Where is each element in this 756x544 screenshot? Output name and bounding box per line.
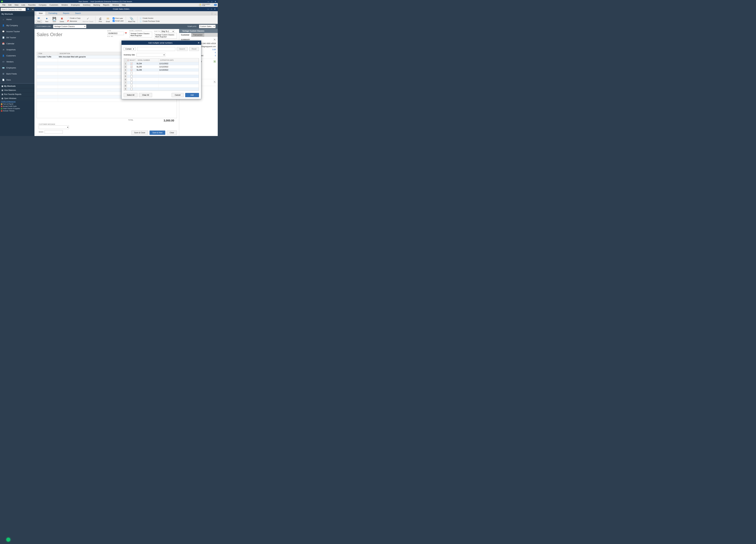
menu-edit[interactable]: Edit bbox=[7, 3, 13, 7]
menu-vendors[interactable]: Vendors bbox=[60, 3, 69, 7]
tab-reports[interactable]: Reports bbox=[60, 11, 72, 15]
shipto-select[interactable]: Ship To 1▾ bbox=[161, 30, 174, 33]
sidebar-item-bank-feeds[interactable]: 🏛Bank Feeds bbox=[0, 71, 34, 77]
menu-company[interactable]: Company bbox=[37, 3, 48, 7]
mini-link-2[interactable]: Order Checks & Supplies bbox=[0, 108, 34, 110]
menu-window[interactable]: Window bbox=[111, 3, 120, 7]
mark-closed-button[interactable]: ✔Mark As Closed bbox=[83, 17, 93, 22]
memorize-button[interactable]: 📌Memorize bbox=[67, 20, 80, 22]
mini-link-3[interactable]: Activate TSheets bbox=[0, 110, 34, 112]
sidebar-item-my-company[interactable]: 👤My Company bbox=[0, 22, 34, 28]
save-button[interactable]: 💾Save bbox=[52, 17, 57, 22]
row-checkbox[interactable] bbox=[130, 75, 133, 77]
menu-help[interactable]: Help bbox=[120, 3, 127, 7]
minimize-icon[interactable]: — bbox=[207, 1, 210, 2]
serial-row[interactable]: 9 bbox=[124, 88, 199, 91]
tab-main[interactable]: Main bbox=[36, 11, 46, 15]
tab-formatting[interactable]: Formatting bbox=[46, 11, 60, 15]
maximize-icon[interactable]: □ bbox=[210, 1, 213, 2]
sidebar-item-home[interactable]: ⌂Home bbox=[0, 16, 34, 22]
serial-reset-button[interactable]: Reset bbox=[189, 47, 199, 51]
sidebar-item-customers[interactable]: 👤Customers bbox=[0, 53, 34, 59]
create-invoice-button[interactable]: 🧾Create Invoice bbox=[140, 17, 160, 19]
menu-customers[interactable]: Customers bbox=[48, 3, 60, 7]
sidebar-item-income-tracker[interactable]: 💬Income Tracker bbox=[0, 28, 34, 34]
name-address-input[interactable]: Vantage Custom Classics Marie Augustyn bbox=[129, 32, 152, 37]
serial-row[interactable]: 7 bbox=[124, 81, 199, 84]
covid-link[interactable]: COVID-19 Resources bbox=[0, 100, 34, 103]
condition-select[interactable]: Contain▾ bbox=[124, 47, 136, 51]
reminders-badge[interactable]: 🕒 5 bbox=[211, 4, 217, 6]
email-button[interactable]: ✉Email bbox=[105, 17, 111, 22]
search-input[interactable] bbox=[1, 8, 26, 11]
serial-search-input[interactable] bbox=[137, 47, 175, 51]
memo-input[interactable] bbox=[45, 130, 63, 134]
sidebar-item-docs[interactable]: 📄Docs bbox=[0, 77, 34, 83]
serial-row[interactable]: 6 bbox=[124, 78, 199, 81]
menu-lists[interactable]: Lists bbox=[20, 3, 27, 7]
clear-button[interactable]: Clear bbox=[167, 131, 177, 135]
create-po-button[interactable]: 🧾Create Purchase Order bbox=[140, 20, 160, 22]
menu-favorites[interactable]: Favorites bbox=[27, 3, 37, 7]
subwin-maximize[interactable]: □ bbox=[210, 8, 213, 10]
clear-all-button[interactable]: Clear All bbox=[139, 93, 152, 97]
sidebar-open-windows[interactable]: ▦Open Windows bbox=[0, 96, 34, 100]
add-button[interactable]: Add bbox=[185, 93, 199, 97]
calendar-icon[interactable]: 📅 bbox=[124, 32, 127, 35]
row-checkbox[interactable] bbox=[130, 78, 133, 81]
serial-row[interactable]: 8 bbox=[124, 84, 199, 88]
menu-banking[interactable]: Banking bbox=[92, 3, 101, 7]
save-close-button[interactable]: Save & Close bbox=[131, 131, 148, 135]
row-checkbox[interactable] bbox=[130, 72, 133, 74]
search-button[interactable]: 🔍 bbox=[26, 8, 31, 11]
sidebar-my-shortcuts[interactable]: ▦My Shortcuts bbox=[0, 84, 34, 88]
customer-message-select[interactable]: ▾ bbox=[39, 125, 69, 129]
new-button[interactable]: ✦New bbox=[44, 17, 49, 22]
edit-summary-button[interactable]: ✎ bbox=[213, 38, 216, 41]
row-checkbox[interactable]: ✔ bbox=[130, 69, 133, 71]
template-select[interactable]: Custom Sales...▾ bbox=[199, 25, 216, 28]
menu-inventory[interactable]: Inventory bbox=[81, 3, 92, 7]
serial-row[interactable]: 4 bbox=[124, 72, 199, 75]
row-checkbox[interactable]: ✔ bbox=[130, 63, 133, 65]
serial-search-button[interactable]: Search bbox=[177, 47, 188, 51]
sidebar-run-reports[interactable]: ▦Run Favorite Reports bbox=[0, 92, 34, 96]
menu-reports[interactable]: Reports bbox=[101, 3, 111, 7]
inventory-site-select[interactable]: ▾ bbox=[137, 53, 165, 57]
discovery-hub-button[interactable]: 💡 DISCOVERYHUB bbox=[199, 4, 210, 6]
email-later-checkbox[interactable]: Email Later bbox=[113, 20, 124, 22]
rp-tab-transaction[interactable]: Transaction bbox=[191, 33, 204, 37]
sidebar-item-vendors[interactable]: 🏷Vendors bbox=[0, 59, 34, 65]
edit-notes-button[interactable]: ✎ bbox=[213, 81, 216, 83]
menu-file[interactable]: File bbox=[1, 3, 7, 7]
rp-tab-customer[interactable]: Customer bbox=[179, 33, 191, 37]
customer-select[interactable]: Vantage Custom Classics▾ bbox=[53, 25, 86, 28]
cancel-button[interactable]: Cancel bbox=[172, 93, 184, 97]
find-tool[interactable]: ⬅ Find bbox=[36, 16, 42, 23]
sidebar-item-calendar[interactable]: 📅Calendar bbox=[0, 41, 34, 47]
collapse-sidebar-button[interactable]: ◀ bbox=[31, 8, 34, 10]
create-copy-button[interactable]: 📄Create a Copy bbox=[67, 17, 80, 19]
subwin-minimize[interactable]: — bbox=[207, 8, 210, 10]
sidebar-item-snapshots[interactable]: ◔Snapshots bbox=[0, 47, 34, 53]
serial-row[interactable]: 1✔SL23411/11/2022 bbox=[124, 62, 199, 65]
menu-employees[interactable]: Employees bbox=[69, 3, 81, 7]
print-later-checkbox[interactable]: Print Later bbox=[113, 17, 124, 19]
sidebar-item-employees[interactable]: 🪪Employees bbox=[0, 65, 34, 71]
modal-close-button[interactable]: ✕ bbox=[198, 41, 200, 44]
menu-view[interactable]: View bbox=[13, 3, 20, 7]
save-new-button[interactable]: Save & New bbox=[150, 131, 165, 135]
col-select[interactable]: ✔SELECT bbox=[127, 58, 136, 62]
serial-row[interactable]: 5 bbox=[124, 75, 199, 78]
row-checkbox[interactable] bbox=[130, 82, 133, 84]
serial-row[interactable]: 3✔SL23611/13/2022 bbox=[124, 68, 199, 72]
tab-search[interactable]: Search bbox=[72, 11, 84, 15]
delete-button[interactable]: ✖Delete bbox=[59, 17, 65, 22]
expand-icon[interactable]: ⛶ bbox=[211, 13, 213, 15]
subwin-close[interactable]: ✕ bbox=[213, 8, 217, 10]
refresh-recent-button[interactable]: ↻ bbox=[213, 60, 216, 63]
mini-link-1[interactable]: Accept Credit Cards bbox=[0, 105, 34, 108]
serial-row[interactable]: 2✔SL23511/12/2022 bbox=[124, 65, 199, 68]
close-icon[interactable]: ✕ bbox=[214, 1, 217, 3]
mini-link-0[interactable]: Turn on Payroll bbox=[0, 103, 34, 105]
